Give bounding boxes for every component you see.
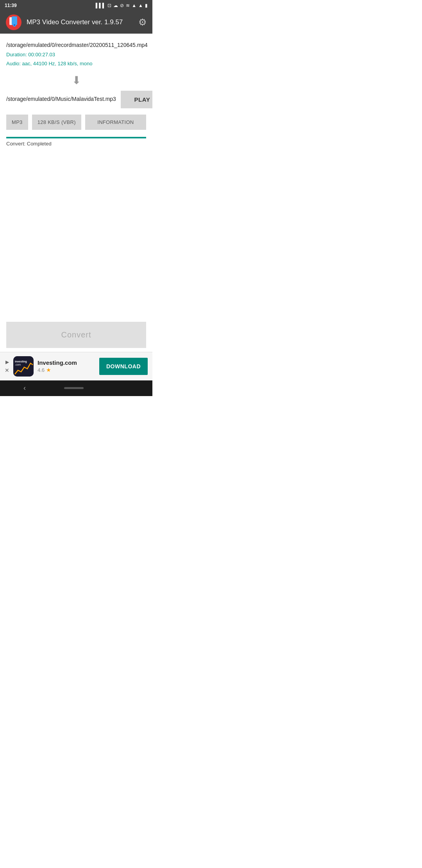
ad-app-name: Investing.com (38, 359, 95, 366)
app-title: MP3 Video Converter ver. 1.9.57 (27, 18, 123, 26)
navigation-bar: ‹ (0, 380, 152, 396)
ad-app-icon: investing .com (13, 356, 34, 377)
bitrate-button[interactable]: 128 KB/S (VBR) (32, 115, 81, 130)
calendar-icon: ⊡ (107, 3, 111, 8)
arrow-down-container: ⬇ (6, 70, 146, 91)
network-icon: ▲ (138, 3, 143, 8)
ad-text-group: Investing.com 4.6 ★ (38, 359, 95, 373)
information-button[interactable]: INFORMATION (85, 115, 146, 130)
home-pill[interactable] (64, 387, 84, 389)
settings-icon[interactable]: ⚙ (138, 17, 147, 28)
ad-banner: ▶ ✕ investing .com Investing.com 4.6 ★ (0, 352, 152, 380)
arrow-down-icon: ⬇ (72, 74, 81, 87)
ad-close-icon[interactable]: ✕ (5, 367, 9, 373)
svg-rect-5 (13, 356, 34, 377)
status-icons: ▌▌▌ ⊡ ☁ ⊘ ≋ ▲ ▲ ▮ (96, 3, 148, 8)
vibrate-icon: ≋ (126, 3, 130, 8)
progress-status: Convert: Completed (6, 141, 146, 147)
ad-play-icon: ▶ (5, 359, 9, 365)
options-row: MP3 128 KB/S (VBR) INFORMATION (6, 115, 146, 130)
app-header: MP3 Video Converter ver. 1.9.57 ⚙ (0, 11, 152, 34)
svg-point-4 (14, 24, 15, 26)
output-file-row: /storage/emulated/0/Music/MalavidaTest.m… (6, 91, 146, 108)
source-file-path: /storage/emulated/0/recordmaster/2020051… (6, 41, 148, 49)
ad-controls: ▶ ✕ (5, 359, 9, 373)
signal-bars-icon: ▌▌▌ (96, 3, 106, 8)
star-icon: ★ (46, 367, 51, 373)
ad-download-button[interactable]: DOWNLOAD (99, 358, 148, 375)
source-audio: Audio: aac, 44100 Hz, 128 kb/s, mono (6, 60, 148, 68)
battery-icon: ▮ (145, 3, 148, 8)
wifi-icon: ▲ (132, 3, 136, 8)
app-icon (5, 14, 22, 30)
ad-rating: 4.6 ★ (38, 367, 95, 373)
play-button[interactable]: PLAY (121, 91, 152, 108)
progress-container: Convert: Completed (6, 137, 146, 147)
cloud-icon: ☁ (113, 3, 118, 8)
source-duration: Duration: 00:00:27.03 (6, 51, 148, 59)
status-time: 11:39 (5, 3, 17, 8)
circle-icon: ⊘ (120, 3, 124, 8)
svg-text:.com: .com (15, 363, 21, 366)
progress-bar-fill (6, 137, 146, 138)
status-bar: 11:39 ▌▌▌ ⊡ ☁ ⊘ ≋ ▲ ▲ ▮ (0, 0, 152, 11)
output-file-path: /storage/emulated/0/Music/MalavidaTest.m… (6, 95, 116, 103)
back-button[interactable]: ‹ (23, 384, 26, 392)
convert-button-container: Convert (0, 318, 152, 352)
format-button[interactable]: MP3 (6, 115, 28, 130)
source-file-row: /storage/emulated/0/recordmaster/2020051… (6, 41, 146, 68)
ad-rating-value: 4.6 (38, 367, 45, 373)
content-spacer (0, 154, 152, 318)
convert-button[interactable]: Convert (6, 322, 146, 348)
source-file-info: /storage/emulated/0/recordmaster/2020051… (6, 41, 148, 68)
svg-text:investing: investing (15, 360, 27, 363)
progress-bar-background (6, 137, 146, 138)
main-content: /storage/emulated/0/recordmaster/2020051… (0, 34, 152, 154)
